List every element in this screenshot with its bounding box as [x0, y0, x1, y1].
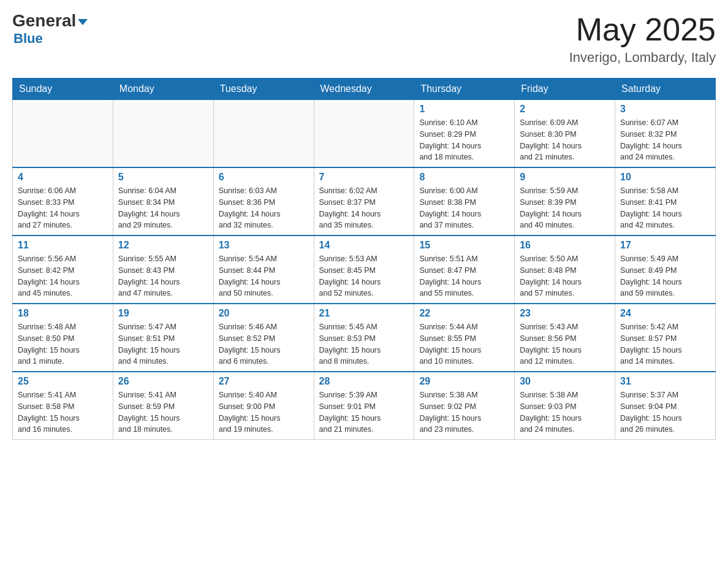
weekday-header-monday: Monday	[113, 79, 213, 100]
logo: General Blue	[12, 12, 88, 47]
day-number: 9	[520, 172, 610, 183]
day-info: Sunrise: 6:06 AM Sunset: 8:33 PM Dayligh…	[18, 185, 108, 231]
day-number: 28	[319, 376, 409, 387]
weekday-header-thursday: Thursday	[414, 79, 515, 100]
calendar-cell: 20Sunrise: 5:46 AM Sunset: 8:52 PM Dayli…	[213, 304, 314, 372]
calendar-cell	[314, 100, 414, 168]
calendar-cell: 7Sunrise: 6:02 AM Sunset: 8:37 PM Daylig…	[314, 167, 414, 236]
title-block: May 2025 Inverigo, Lombardy, Italy	[569, 12, 716, 66]
day-info: Sunrise: 5:51 AM Sunset: 8:47 PM Dayligh…	[419, 253, 509, 299]
day-number: 12	[118, 240, 208, 251]
day-info: Sunrise: 5:48 AM Sunset: 8:50 PM Dayligh…	[18, 321, 108, 367]
day-info: Sunrise: 5:38 AM Sunset: 9:03 PM Dayligh…	[520, 389, 610, 435]
calendar-cell: 9Sunrise: 5:59 AM Sunset: 8:39 PM Daylig…	[515, 167, 615, 236]
day-number: 24	[620, 308, 710, 319]
calendar-cell: 18Sunrise: 5:48 AM Sunset: 8:50 PM Dayli…	[13, 304, 113, 372]
calendar-cell: 15Sunrise: 5:51 AM Sunset: 8:47 PM Dayli…	[414, 236, 515, 304]
calendar-cell: 28Sunrise: 5:39 AM Sunset: 9:01 PM Dayli…	[314, 372, 414, 440]
day-info: Sunrise: 6:04 AM Sunset: 8:34 PM Dayligh…	[118, 185, 208, 231]
day-number: 19	[118, 308, 208, 319]
calendar-cell: 16Sunrise: 5:50 AM Sunset: 8:48 PM Dayli…	[515, 236, 615, 304]
day-number: 14	[319, 240, 409, 251]
day-info: Sunrise: 6:09 AM Sunset: 8:30 PM Dayligh…	[520, 117, 610, 163]
day-number: 29	[419, 376, 509, 387]
day-number: 10	[620, 172, 710, 183]
day-info: Sunrise: 5:49 AM Sunset: 8:49 PM Dayligh…	[620, 253, 710, 299]
day-info: Sunrise: 5:50 AM Sunset: 8:48 PM Dayligh…	[520, 253, 610, 299]
calendar-week-1: 1Sunrise: 6:10 AM Sunset: 8:29 PM Daylig…	[13, 100, 716, 168]
calendar-cell: 3Sunrise: 6:07 AM Sunset: 8:32 PM Daylig…	[615, 100, 716, 168]
day-number: 7	[319, 172, 409, 183]
day-number: 31	[620, 376, 710, 387]
day-info: Sunrise: 5:55 AM Sunset: 8:43 PM Dayligh…	[118, 253, 208, 299]
day-number: 21	[319, 308, 409, 319]
calendar-cell: 29Sunrise: 5:38 AM Sunset: 9:02 PM Dayli…	[414, 372, 515, 440]
calendar-cell: 30Sunrise: 5:38 AM Sunset: 9:03 PM Dayli…	[515, 372, 615, 440]
day-info: Sunrise: 6:10 AM Sunset: 8:29 PM Dayligh…	[419, 117, 509, 163]
day-info: Sunrise: 5:39 AM Sunset: 9:01 PM Dayligh…	[319, 389, 409, 435]
day-number: 5	[118, 172, 208, 183]
calendar-cell: 31Sunrise: 5:37 AM Sunset: 9:04 PM Dayli…	[615, 372, 716, 440]
calendar-cell: 23Sunrise: 5:43 AM Sunset: 8:56 PM Dayli…	[515, 304, 615, 372]
day-number: 1	[419, 104, 509, 115]
day-number: 3	[620, 104, 710, 115]
calendar-cell	[13, 100, 113, 168]
weekday-header-saturday: Saturday	[615, 79, 716, 100]
day-info: Sunrise: 5:44 AM Sunset: 8:55 PM Dayligh…	[419, 321, 509, 367]
day-number: 6	[219, 172, 309, 183]
day-info: Sunrise: 5:54 AM Sunset: 8:44 PM Dayligh…	[219, 253, 309, 299]
day-number: 15	[419, 240, 509, 251]
day-info: Sunrise: 6:03 AM Sunset: 8:36 PM Dayligh…	[219, 185, 309, 231]
calendar-cell	[113, 100, 213, 168]
day-number: 18	[18, 308, 108, 319]
calendar-week-4: 18Sunrise: 5:48 AM Sunset: 8:50 PM Dayli…	[13, 304, 716, 372]
day-number: 17	[620, 240, 710, 251]
day-info: Sunrise: 6:02 AM Sunset: 8:37 PM Dayligh…	[319, 185, 409, 231]
day-number: 22	[419, 308, 509, 319]
weekday-header-row: SundayMondayTuesdayWednesdayThursdayFrid…	[13, 79, 716, 100]
calendar-cell: 25Sunrise: 5:41 AM Sunset: 8:58 PM Dayli…	[13, 372, 113, 440]
day-number: 16	[520, 240, 610, 251]
day-info: Sunrise: 5:45 AM Sunset: 8:53 PM Dayligh…	[319, 321, 409, 367]
header: General Blue May 2025 Inverigo, Lombardy…	[12, 12, 716, 66]
calendar-week-2: 4Sunrise: 6:06 AM Sunset: 8:33 PM Daylig…	[13, 167, 716, 236]
day-info: Sunrise: 5:37 AM Sunset: 9:04 PM Dayligh…	[620, 389, 710, 435]
month-title: May 2025	[569, 12, 716, 47]
calendar-cell	[213, 100, 314, 168]
day-number: 13	[219, 240, 309, 251]
calendar-cell: 26Sunrise: 5:41 AM Sunset: 8:59 PM Dayli…	[113, 372, 213, 440]
day-number: 27	[219, 376, 309, 387]
weekday-header-friday: Friday	[515, 79, 615, 100]
calendar: SundayMondayTuesdayWednesdayThursdayFrid…	[12, 78, 716, 440]
calendar-cell: 19Sunrise: 5:47 AM Sunset: 8:51 PM Dayli…	[113, 304, 213, 372]
calendar-cell: 27Sunrise: 5:40 AM Sunset: 9:00 PM Dayli…	[213, 372, 314, 440]
calendar-cell: 17Sunrise: 5:49 AM Sunset: 8:49 PM Dayli…	[615, 236, 716, 304]
day-info: Sunrise: 5:56 AM Sunset: 8:42 PM Dayligh…	[18, 253, 108, 299]
calendar-cell: 1Sunrise: 6:10 AM Sunset: 8:29 PM Daylig…	[414, 100, 515, 168]
calendar-cell: 4Sunrise: 6:06 AM Sunset: 8:33 PM Daylig…	[13, 167, 113, 236]
calendar-cell: 13Sunrise: 5:54 AM Sunset: 8:44 PM Dayli…	[213, 236, 314, 304]
day-info: Sunrise: 6:00 AM Sunset: 8:38 PM Dayligh…	[419, 185, 509, 231]
calendar-cell: 6Sunrise: 6:03 AM Sunset: 8:36 PM Daylig…	[213, 167, 314, 236]
weekday-header-tuesday: Tuesday	[213, 79, 314, 100]
calendar-cell: 2Sunrise: 6:09 AM Sunset: 8:30 PM Daylig…	[515, 100, 615, 168]
calendar-week-5: 25Sunrise: 5:41 AM Sunset: 8:58 PM Dayli…	[13, 372, 716, 440]
day-info: Sunrise: 6:07 AM Sunset: 8:32 PM Dayligh…	[620, 117, 710, 163]
day-number: 23	[520, 308, 610, 319]
calendar-cell: 14Sunrise: 5:53 AM Sunset: 8:45 PM Dayli…	[314, 236, 414, 304]
calendar-cell: 12Sunrise: 5:55 AM Sunset: 8:43 PM Dayli…	[113, 236, 213, 304]
day-info: Sunrise: 5:40 AM Sunset: 9:00 PM Dayligh…	[219, 389, 309, 435]
logo-blue: Blue	[13, 31, 43, 47]
day-info: Sunrise: 5:59 AM Sunset: 8:39 PM Dayligh…	[520, 185, 610, 231]
day-number: 30	[520, 376, 610, 387]
day-info: Sunrise: 5:58 AM Sunset: 8:41 PM Dayligh…	[620, 185, 710, 231]
day-number: 11	[18, 240, 108, 251]
day-info: Sunrise: 5:38 AM Sunset: 9:02 PM Dayligh…	[419, 389, 509, 435]
day-info: Sunrise: 5:41 AM Sunset: 8:59 PM Dayligh…	[118, 389, 208, 435]
day-number: 2	[520, 104, 610, 115]
calendar-cell: 5Sunrise: 6:04 AM Sunset: 8:34 PM Daylig…	[113, 167, 213, 236]
day-info: Sunrise: 5:43 AM Sunset: 8:56 PM Dayligh…	[520, 321, 610, 367]
calendar-cell: 22Sunrise: 5:44 AM Sunset: 8:55 PM Dayli…	[414, 304, 515, 372]
day-number: 26	[118, 376, 208, 387]
calendar-cell: 10Sunrise: 5:58 AM Sunset: 8:41 PM Dayli…	[615, 167, 716, 236]
